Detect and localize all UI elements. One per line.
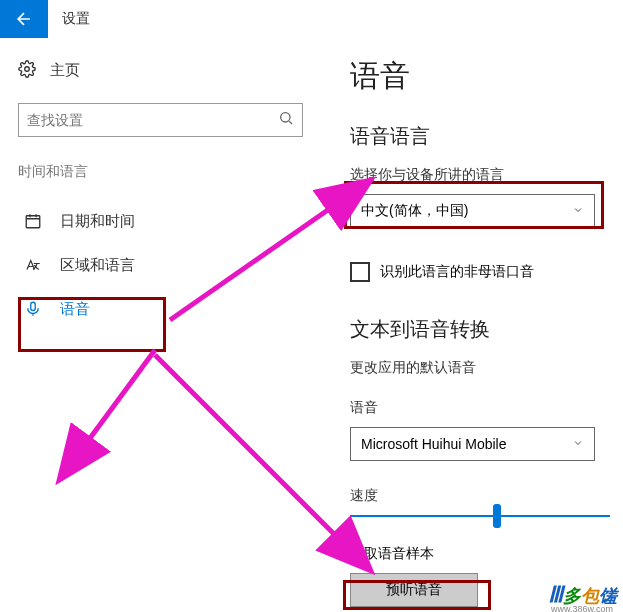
voice-dropdown-value: Microsoft Huihui Mobile	[361, 436, 507, 452]
watermark-url: www.386w.com	[551, 604, 613, 612]
non-native-checkbox[interactable]	[350, 262, 370, 282]
voice-label: 语音	[350, 399, 623, 417]
voice-dropdown[interactable]: Microsoft Huihui Mobile	[350, 427, 595, 461]
home-link[interactable]: 主页	[18, 56, 330, 85]
section-tts: 文本到语音转换	[350, 316, 623, 343]
preview-voice-button[interactable]: 预听语音	[350, 573, 478, 607]
search-input-container[interactable]	[18, 103, 303, 137]
svg-rect-2	[26, 216, 40, 228]
nav-item-datetime[interactable]: 日期和时间	[18, 199, 330, 243]
nav-label: 区域和语言	[60, 256, 135, 275]
speed-slider[interactable]	[350, 515, 610, 517]
language-icon	[24, 256, 42, 274]
back-button[interactable]	[0, 0, 48, 38]
lang-subtext: 选择你与设备所讲的语言	[350, 166, 623, 184]
gear-icon	[18, 60, 36, 81]
svg-rect-3	[31, 302, 36, 310]
search-icon	[278, 110, 294, 130]
svg-point-0	[25, 67, 30, 72]
category-label: 时间和语言	[18, 163, 330, 181]
nav-item-speech[interactable]: 语音	[18, 287, 330, 331]
speed-label: 速度	[350, 487, 623, 505]
nav-label: 语音	[60, 300, 90, 319]
tts-subtext: 更改应用的默认语音	[350, 359, 623, 377]
chevron-down-icon	[572, 436, 584, 452]
nav-item-region[interactable]: 区域和语言	[18, 243, 330, 287]
language-dropdown-value: 中文(简体，中国)	[361, 202, 468, 220]
nav-label: 日期和时间	[60, 212, 135, 231]
language-dropdown[interactable]: 中文(简体，中国)	[350, 194, 595, 228]
non-native-checkbox-label: 识别此语言的非母语口音	[380, 263, 534, 281]
chevron-down-icon	[572, 203, 584, 219]
svg-point-1	[281, 113, 290, 122]
section-speech-language: 语音语言	[350, 123, 623, 150]
microphone-icon	[24, 300, 42, 318]
page-title: 语音	[350, 56, 623, 97]
header-title: 设置	[62, 10, 90, 28]
slider-thumb[interactable]	[493, 504, 501, 528]
sample-label: 听取语音样本	[350, 545, 623, 563]
calendar-icon	[24, 212, 42, 230]
home-label: 主页	[50, 61, 80, 80]
search-input[interactable]	[27, 112, 278, 128]
